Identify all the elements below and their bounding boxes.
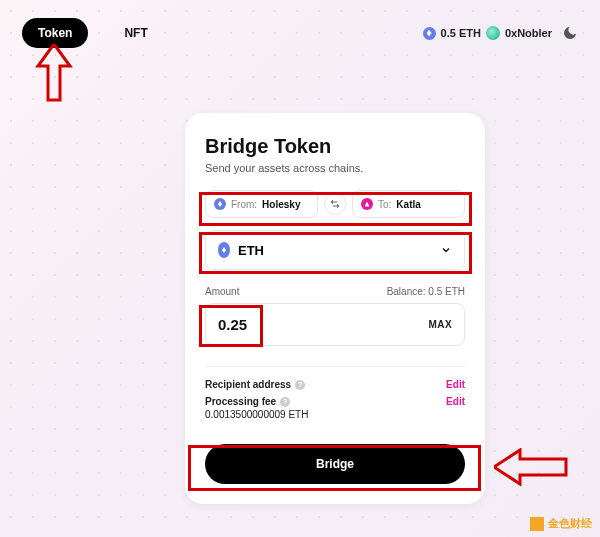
page-title: Bridge Token [205,135,465,158]
balance-amount: 0.5 ETH [441,27,481,39]
amount-input[interactable] [218,316,298,333]
ethereum-icon [423,27,436,40]
max-button[interactable]: MAX [429,319,452,330]
watermark: 金色财经 [530,516,592,531]
token-select[interactable]: ETH [205,230,465,270]
watermark-logo-icon [530,517,544,531]
token-symbol: ETH [238,243,264,258]
swap-chains-button[interactable] [324,193,346,215]
bridge-card: Bridge Token Send your assets across cha… [185,113,485,504]
divider [205,366,465,367]
fee-value: 0.0013500000009 ETH [205,409,465,420]
top-tabs: Token NFT [22,18,162,48]
to-chain-value: Katla [396,199,420,210]
wallet-balance[interactable]: 0.5 ETH 0xNobler [423,26,552,40]
account-name: 0xNobler [505,27,552,39]
page-subtitle: Send your assets across chains. [205,162,465,174]
edit-recipient-button[interactable]: Edit [446,379,465,390]
avatar [486,26,500,40]
bridge-button[interactable]: Bridge [205,444,465,484]
to-label: To: [378,199,391,210]
swap-icon [330,199,340,209]
ethereum-icon [218,242,230,258]
dark-mode-icon[interactable] [562,25,578,41]
from-label: From: [231,199,257,210]
edit-fee-button[interactable]: Edit [446,396,465,407]
tab-nft[interactable]: NFT [110,18,161,48]
tab-token[interactable]: Token [22,18,88,48]
help-icon[interactable]: ? [280,397,290,407]
ethereum-icon [214,198,226,210]
katla-icon [361,198,373,210]
from-chain-select[interactable]: From: Holesky [205,190,318,218]
chevron-down-icon [440,244,452,256]
amount-label: Amount [205,286,239,297]
balance-label: Balance: 0.5 ETH [387,286,465,297]
fee-label: Processing fee ? [205,396,290,407]
help-icon[interactable]: ? [295,380,305,390]
from-chain-value: Holesky [262,199,300,210]
to-chain-select[interactable]: To: Katla [352,190,465,218]
recipient-label: Recipient address ? [205,379,305,390]
